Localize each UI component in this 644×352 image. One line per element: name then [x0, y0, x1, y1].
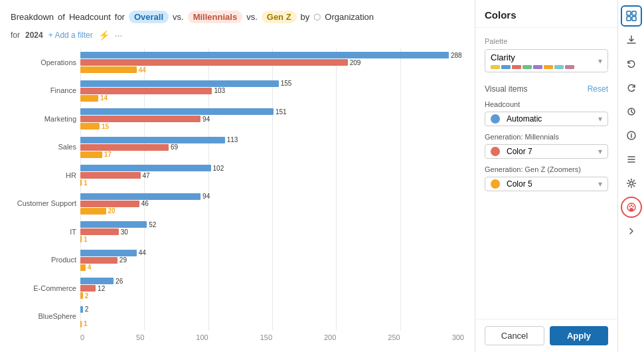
bar-row: 69: [80, 144, 464, 151]
settings-icon[interactable]: [621, 173, 642, 194]
blue-bar-label: 94: [202, 193, 210, 200]
bar-group: 26122: [80, 278, 464, 299]
bar-row: 1: [80, 236, 464, 242]
bar-group: 1136917: [80, 137, 464, 158]
y-axis-label: Operations: [11, 59, 76, 66]
chart-area: OperationsFinanceMarketingSalesHRCustome…: [11, 48, 464, 341]
bar-row: 20: [80, 208, 464, 215]
orange-bar-label: 15: [102, 123, 109, 130]
blue-bar-label: 151: [276, 108, 287, 116]
red-bar: [80, 59, 348, 66]
red-bar: [80, 172, 141, 179]
bar-row: 103: [80, 88, 464, 94]
genz-section: Generation: Gen Z (Zoomers) Color 5 ▾: [485, 165, 608, 191]
bar-group: 52301: [80, 221, 464, 242]
y-axis-label: Product: [11, 256, 76, 264]
bar-row: 46: [80, 201, 464, 207]
bar-row: 12: [80, 285, 464, 292]
red-bar: [80, 201, 139, 207]
redo-icon[interactable]: [621, 77, 642, 98]
headcount-color-select[interactable]: Automatic ▾: [485, 112, 608, 126]
cancel-button[interactable]: Cancel: [485, 326, 544, 345]
red-bar-label: 12: [98, 285, 105, 292]
red-bar: [80, 116, 201, 122]
year-value: 2024: [25, 31, 43, 40]
more-options-icon[interactable]: ···: [115, 30, 123, 41]
palette-select[interactable]: Clarity ▾: [485, 49, 608, 72]
blue-bar-label: 113: [227, 136, 238, 143]
orange-bar: [80, 264, 86, 271]
headcount-label: Headcount: [485, 100, 608, 108]
info-icon[interactable]: [621, 125, 642, 146]
orange-bar-label: 1: [84, 179, 88, 187]
red-bar-label: 209: [350, 59, 361, 66]
palette-icon[interactable]: [621, 197, 642, 218]
blue-bar: [80, 108, 274, 115]
millennials-pill[interactable]: Millennials: [188, 11, 242, 23]
bar-row: 1: [80, 321, 464, 327]
blue-bar-label: 155: [281, 80, 292, 87]
for-label: for: [11, 31, 20, 40]
add-filter-button[interactable]: + Add a filter: [48, 31, 93, 40]
svg-rect-0: [627, 11, 631, 15]
orange-bar: [80, 179, 82, 186]
y-axis: OperationsFinanceMarketingSalesHRCustome…: [11, 48, 80, 331]
reset-button[interactable]: Reset: [588, 84, 608, 94]
red-bar-label: 29: [120, 256, 127, 264]
download-icon[interactable]: [621, 29, 642, 50]
apply-button[interactable]: Apply: [550, 326, 608, 345]
orange-bar: [80, 321, 82, 327]
palette-dropdown-icon: ▾: [598, 56, 602, 66]
orange-bar: [80, 236, 82, 242]
overall-pill[interactable]: Overall: [129, 11, 169, 23]
bar-row: 2: [80, 292, 464, 299]
y-axis-label: Customer Support: [11, 200, 76, 207]
millennials-color-select[interactable]: Color 7 ▾: [485, 144, 608, 159]
x-axis-tick: 0: [80, 333, 84, 341]
lightning-icon[interactable]: ⚡: [98, 30, 110, 41]
list-icon[interactable]: [621, 149, 642, 170]
y-axis-label: IT: [11, 228, 76, 236]
millennials-value: Color 7: [507, 147, 532, 156]
bar-group: 944620: [80, 193, 464, 215]
red-bar: [80, 228, 119, 235]
visual-items-label: Visual items: [485, 84, 527, 94]
bar-group: 15510314: [80, 80, 464, 102]
red-bar-label: 69: [171, 143, 178, 151]
orange-bar-label: 20: [108, 207, 116, 215]
data-icon[interactable]: [621, 5, 642, 27]
chevron-right-icon[interactable]: [621, 220, 642, 242]
title-vs-1: vs.: [173, 12, 184, 22]
bar-row: 2: [80, 306, 464, 313]
blue-bar: [80, 137, 225, 143]
title-word-1: Breakdown: [11, 12, 54, 22]
headcount-section: Headcount Automatic ▾: [485, 100, 608, 126]
y-axis-label: Sales: [11, 143, 76, 151]
genz-pill[interactable]: Gen Z: [262, 11, 297, 23]
bar-row: 94: [80, 193, 464, 200]
undo-icon[interactable]: [621, 53, 642, 74]
millennials-label: Generation: Millennials: [485, 133, 608, 141]
icon-toolbar: [617, 0, 644, 352]
red-bar: [80, 285, 96, 292]
svg-rect-3: [632, 17, 636, 21]
bar-row: 17: [80, 151, 464, 158]
blue-bar-label: 26: [116, 278, 123, 285]
bar-row: 47: [80, 172, 464, 179]
millennials-color-swatch: [491, 147, 500, 156]
orange-bar: [80, 123, 100, 130]
palette-label: Palette: [485, 37, 608, 45]
blue-bar-label: 2: [85, 306, 89, 313]
orange-bar: [80, 151, 102, 158]
refresh-icon[interactable]: [621, 101, 642, 122]
y-axis-label: E-Commerce: [11, 285, 76, 292]
genz-label: Generation: Gen Z (Zoomers): [485, 165, 608, 173]
chart-container: OperationsFinanceMarketingSalesHRCustome…: [11, 48, 464, 331]
bar-group: 44294: [80, 250, 464, 271]
genz-color-select[interactable]: Color 5 ▾: [485, 177, 608, 191]
palette-section: Palette Clarity ▾: [485, 37, 608, 72]
title-word-3: Headcount: [69, 12, 111, 22]
red-bar: [80, 88, 212, 94]
blue-bar-label: 102: [213, 165, 224, 172]
palette-value: Clarity: [491, 52, 598, 62]
